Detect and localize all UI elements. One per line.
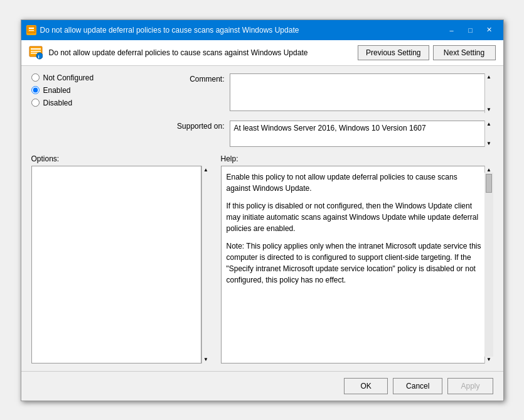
options-label: Options: [31, 154, 213, 163]
navigation-buttons: Previous Setting Next Setting [358, 45, 495, 60]
supported-scroll-down: ▼ [486, 141, 491, 147]
title-bar-text: Do not allow update deferral policies to… [40, 26, 439, 35]
comment-scrollbar: ▲ ▼ [484, 73, 493, 113]
options-scroll-down: ▼ [203, 357, 208, 363]
top-section: Not Configured Enabled Disabled Comment: [31, 73, 493, 147]
svg-point-7 [36, 53, 43, 59]
disabled-option[interactable]: Disabled [31, 99, 157, 107]
help-scrollbar: ▲ ▼ [484, 166, 493, 363]
main-dialog: Do not allow update deferral policies to… [21, 19, 504, 401]
svg-rect-5 [31, 51, 41, 52]
radio-group: Not Configured Enabled Disabled [31, 73, 157, 147]
options-box [31, 166, 201, 363]
maximize-button[interactable]: □ [462, 24, 479, 36]
options-section: Options: ▲ ▼ [31, 154, 213, 363]
options-help-row: Options: ▲ ▼ Help: Enable this policy to… [31, 154, 493, 363]
dialog-header: i Do not allow update deferral policies … [21, 40, 503, 66]
options-scroll-up: ▲ [203, 166, 208, 173]
not-configured-radio[interactable] [31, 73, 40, 82]
help-label: Help: [221, 154, 493, 163]
not-configured-label: Not Configured [43, 73, 94, 82]
svg-rect-1 [29, 28, 34, 29]
help-scroll-down: ▼ [486, 357, 491, 363]
svg-rect-6 [31, 53, 37, 54]
svg-rect-0 [28, 26, 35, 33]
enabled-label: Enabled [43, 86, 71, 95]
help-p2: If this policy is disabled or not config… [227, 200, 481, 234]
disabled-label: Disabled [43, 99, 73, 107]
ok-button[interactable]: OK [344, 378, 388, 394]
comment-row: Comment: ▲ ▼ [162, 73, 493, 113]
previous-setting-button[interactable]: Previous Setting [358, 45, 429, 60]
right-form-col: Comment: ▲ ▼ Supported on: At least Wind… [162, 73, 493, 147]
enabled-radio[interactable] [31, 86, 40, 94]
next-setting-button[interactable]: Next Setting [433, 45, 496, 60]
dialog-footer: OK Cancel Apply [21, 371, 503, 401]
dialog-icon [26, 25, 36, 35]
help-scroll-track [484, 173, 493, 357]
scroll-down-arrow: ▼ [486, 107, 491, 113]
title-bar: Do not allow update deferral policies to… [21, 20, 503, 40]
comment-textarea[interactable] [230, 73, 493, 111]
help-p1: Enable this policy to not allow update d… [227, 171, 481, 194]
enabled-option[interactable]: Enabled [31, 86, 157, 95]
minimize-button[interactable]: – [443, 24, 461, 36]
help-p3: Note: This policy applies only when the … [227, 240, 481, 286]
not-configured-option[interactable]: Not Configured [31, 73, 157, 82]
header-title: Do not allow update deferral policies to… [49, 48, 352, 57]
window-controls: – □ ✕ [443, 24, 498, 36]
supported-field-container: At least Windows Server 2016, Windows 10… [230, 121, 493, 147]
options-container: ▲ ▼ [31, 166, 210, 363]
help-box: Enable this policy to not allow update d… [221, 166, 493, 363]
help-scroll-up: ▲ [486, 166, 491, 173]
supported-row: Supported on: At least Windows Server 20… [162, 121, 493, 147]
comment-label: Comment: [162, 73, 225, 83]
comment-field-container: ▲ ▼ [230, 73, 493, 113]
disabled-radio[interactable] [31, 99, 40, 107]
dialog-body: Not Configured Enabled Disabled Comment: [21, 66, 503, 371]
supported-scrollbar: ▲ ▼ [484, 121, 493, 147]
help-scroll-thumb [486, 174, 492, 193]
cancel-button[interactable]: Cancel [393, 378, 442, 394]
close-button[interactable]: ✕ [481, 24, 498, 36]
help-section: Help: Enable this policy to not allow up… [213, 154, 493, 363]
supported-label: Supported on: [162, 121, 225, 131]
options-scrollbar: ▲ ▼ [201, 166, 210, 363]
svg-text:i: i [38, 53, 39, 59]
supported-value: At least Windows Server 2016, Windows 10… [230, 121, 493, 147]
help-container: Enable this policy to not allow update d… [221, 166, 493, 363]
svg-rect-2 [29, 30, 34, 31]
apply-button[interactable]: Apply [447, 378, 493, 394]
supported-scroll-up: ▲ [486, 121, 491, 127]
svg-rect-4 [31, 48, 41, 50]
scroll-up-arrow: ▲ [486, 73, 491, 80]
header-icon: i [29, 46, 43, 60]
help-text: Enable this policy to not allow update d… [227, 171, 481, 286]
